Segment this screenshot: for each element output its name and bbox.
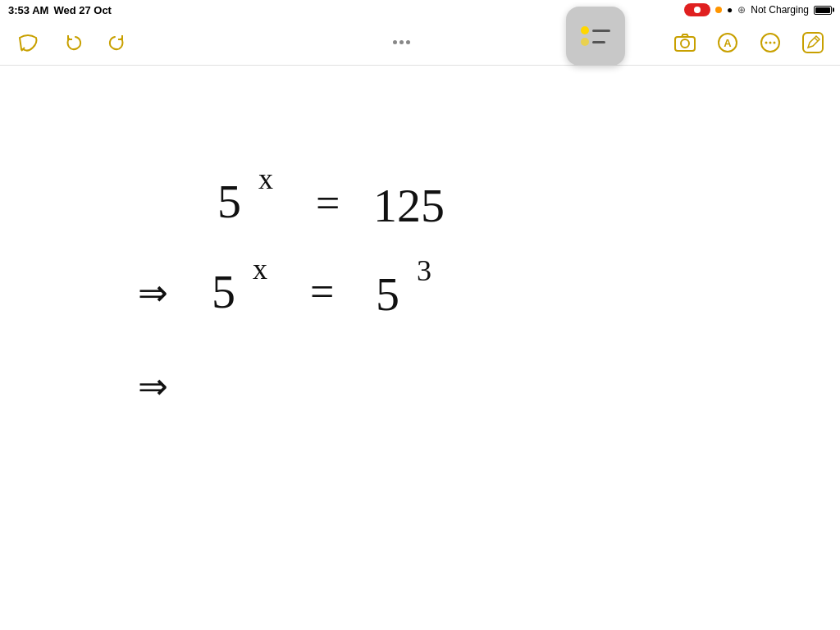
status-time-date: 3:53 AM Wed 27 Oct	[8, 4, 112, 16]
orange-dot-indicator	[715, 7, 722, 13]
wifi-icon: ●	[727, 4, 733, 16]
math-line3-implies: ⇒	[138, 367, 168, 407]
svg-line-10	[815, 38, 818, 41]
math-line2-equals: =	[310, 268, 334, 315]
math-line2-expx: x	[253, 253, 267, 285]
undo-button[interactable]	[59, 29, 87, 57]
math-line2-base52: 5	[376, 267, 399, 321]
lasso-tool-button[interactable]	[13, 28, 43, 57]
redo-button[interactable]	[103, 29, 131, 57]
avatar-overlay[interactable]	[566, 7, 625, 66]
math-line2-base5: 5	[212, 265, 235, 318]
math-line1-value: 125	[373, 179, 445, 232]
toolbar-left	[13, 28, 131, 57]
avatar-list	[576, 21, 615, 51]
math-line2-exp3: 3	[417, 254, 431, 287]
math-line2-implies: ⇒	[138, 273, 168, 313]
battery-icon	[814, 6, 832, 15]
toolbar: A	[0, 20, 840, 66]
math-line1-equals: =	[316, 180, 340, 226]
camera-button[interactable]	[671, 30, 699, 56]
svg-text:A: A	[724, 37, 732, 49]
svg-point-2	[681, 39, 689, 48]
date-display: Wed 27 Oct	[53, 4, 112, 16]
toolbar-right: A	[671, 29, 827, 57]
svg-point-8	[774, 41, 776, 43]
not-charging-label: Not Charging	[751, 4, 809, 16]
marker-button[interactable]: A	[714, 29, 742, 57]
toolbar-center	[393, 40, 410, 44]
time-display: 3:53 AM	[8, 4, 48, 16]
svg-point-6	[765, 41, 768, 43]
edit-button[interactable]	[799, 29, 827, 57]
canvas-area[interactable]: 5 x = 125 ⇒ 5 x = 5 3 ⇒	[0, 66, 840, 630]
record-indicator	[684, 3, 710, 16]
math-drawing: 5 x = 125 ⇒ 5 x = 5 3 ⇒	[0, 66, 840, 630]
math-line1-base5: 5	[217, 175, 241, 228]
math-line1-expx: x	[258, 162, 273, 195]
status-bar: 3:53 AM Wed 27 Oct ● ⊕ Not Charging	[0, 0, 840, 20]
svg-point-7	[769, 41, 772, 43]
svg-rect-9	[803, 33, 823, 52]
more-button[interactable]	[756, 29, 784, 57]
status-indicators: ● ⊕ Not Charging	[684, 3, 832, 16]
scan-icon: ⊕	[737, 4, 746, 16]
menu-dots[interactable]	[393, 40, 410, 44]
